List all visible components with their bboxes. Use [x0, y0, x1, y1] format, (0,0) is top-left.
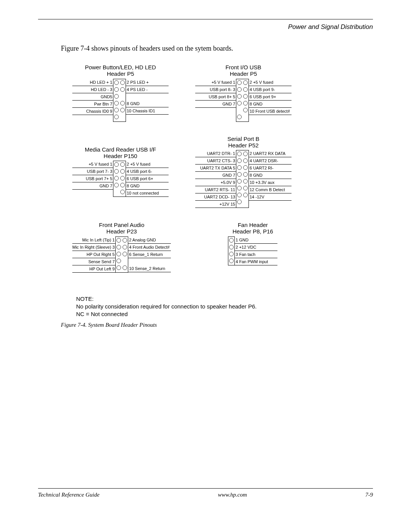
pin-label: 6 UART2 RI- [249, 165, 292, 172]
pin-label: Chassis ID0 9 [72, 108, 113, 115]
pin-label [249, 115, 292, 122]
pin-hole [119, 161, 126, 168]
front-usb-header: Front I/O USB Header P5+5 V fused 1USB p… [195, 64, 292, 122]
front-audio-header: Front Panel Audio Header P23Mic In Left … [72, 222, 171, 273]
pin-hole [113, 113, 119, 120]
pin-hole [228, 251, 234, 257]
pin-label [126, 93, 169, 100]
pin-label: 2 +5 V fused [249, 79, 292, 86]
pin-hole [122, 264, 128, 271]
pin-label: Sense Send 7 [72, 258, 115, 265]
pinout: +5 V fused 1USB port 7- 3USB port 7+ 5GN… [72, 161, 169, 197]
pin-label: 4 PS LED - [126, 86, 169, 93]
pin-box [236, 79, 249, 122]
pin-label: 3 Fan tach [235, 251, 277, 258]
pin-hole [236, 198, 242, 205]
pin-label: USB port 8- 3 [195, 86, 236, 93]
pin-label: 4 Front Audio Detect# [128, 244, 171, 251]
pin-hole [242, 178, 249, 185]
pin-label: 4 USB port 9- [249, 86, 292, 93]
note-body-2: NC = Not connected [76, 310, 373, 318]
pin-label: HP Out Left 9 [72, 265, 115, 273]
pin-label: 10 Sense_2 Return [128, 265, 171, 272]
pin-hole [113, 100, 119, 107]
diagrams-area: Power Button/LED, HD LED Header P5HD LED… [72, 64, 373, 273]
pin-hole [236, 164, 242, 171]
pin-label: GND 7 [195, 101, 236, 108]
pin-hole [242, 100, 249, 107]
pin-labels-right: 2 PS LED +4 PS LED -8 GND10 Chassis ID1 [126, 79, 169, 122]
pin-hole [122, 251, 128, 257]
header-title: Fan Header Header P8, P16 [228, 222, 277, 235]
pin-hole [236, 157, 242, 164]
pin-label: GND5 [72, 93, 113, 101]
pin-label: Pwr Btn 7 [72, 101, 113, 108]
pin-box [228, 236, 235, 265]
pin-label: 14 -12V [249, 193, 292, 201]
pin-hole [242, 150, 249, 157]
fan-header: Fan Header Header P8, P161 GND2 +12 VDC3… [228, 222, 277, 265]
header-title: Power Button/LED, HD LED Header P5 [72, 64, 169, 77]
pin-label [126, 115, 169, 121]
pin-labels-left: +5 V fused 1USB port 8- 3USB port 8+ 5GN… [195, 79, 236, 122]
pin-hole [242, 107, 249, 113]
pinout: +5 V fused 1USB port 8- 3USB port 8+ 5GN… [195, 79, 292, 122]
pin-hole [119, 175, 126, 182]
pin-label: 6 Sense_1 Return [128, 251, 171, 258]
pin-label: UART2 CTS- 3 [195, 157, 236, 165]
footer-right: 7-9 [365, 492, 373, 498]
pin-label: HD LED - 3 [72, 86, 113, 93]
page-footer: Technical Reference Guide www.hp.com 7-9 [38, 488, 373, 498]
figure-caption: Figure 7-4. System Board Header Pinouts [61, 322, 373, 328]
pin-hole [236, 113, 242, 120]
pin-label: UART2 DCD- 13 [195, 193, 236, 201]
pin-hole [113, 168, 119, 175]
pin-hole [119, 113, 126, 120]
pin-label: 1 GND [235, 236, 277, 244]
pin-label: 2 UART2 RX DATA [249, 150, 292, 157]
pin-hole [242, 79, 249, 86]
pin-labels-right: 1 GND2 +12 VDC3 Fan tach4 Fan PWM input [235, 236, 277, 265]
pin-box [236, 150, 249, 208]
pin-hole [236, 185, 242, 192]
diagram-row-2: Media Card Reader USB I/F Header P150+5 … [72, 136, 373, 208]
pin-hole [228, 237, 234, 244]
pin-label: Mic In Right (Sleeve) 3 [72, 244, 115, 251]
pin-hole [236, 192, 242, 198]
pin-hole [119, 189, 126, 195]
pin-label: +5.0V 9 [195, 179, 236, 186]
pin-label: 8 GND [126, 100, 169, 107]
diagram-row-3: Front Panel Audio Header P23Mic In Left … [72, 222, 373, 273]
pin-label: 10 Chassis ID1 [126, 107, 169, 115]
pin-label [72, 190, 113, 197]
pin-label: UART2 RTS- 11 [195, 186, 236, 193]
pin-label: GND 7 [195, 172, 236, 179]
pinout: UART2 DTR- 1UART2 CTS- 3UART2 TX DATA 5G… [195, 150, 292, 208]
pin-box [113, 161, 126, 197]
pin-box [113, 79, 126, 122]
top-rule [38, 19, 373, 19]
pin-label: HD LED + 1 [72, 79, 113, 86]
pin-hole [113, 93, 119, 100]
pin-labels-right: 2 +5 V fused4 USB port 6-6 USB port 6+8 … [126, 161, 169, 197]
pin-labels-left: +5 V fused 1USB port 7- 3USB port 7+ 5GN… [72, 161, 113, 197]
serial-port-b-header: Serial Port B Header P52UART2 DTR- 1UART… [195, 136, 292, 208]
pin-labels-right: 2 UART2 RX DATA4 UART2 DSR-6 UART2 RI-8 … [249, 150, 292, 208]
pin-labels-left: HD LED + 1HD LED - 3GND5Pwr Btn 7Chassis… [72, 79, 113, 122]
pin-hole [119, 86, 126, 93]
header-title: Serial Port B Header P52 [195, 136, 292, 149]
pin-label: 8 GND [126, 182, 169, 190]
pin-label: +12V 15 [195, 201, 236, 208]
pin-hole [236, 93, 242, 100]
pin-hole [113, 175, 119, 182]
pin-labels-right: 2 +5 V fused4 USB port 9-6 USB port 9+8 … [249, 79, 292, 122]
pin-hole [236, 107, 242, 113]
pin-label: 10 not connected [126, 190, 169, 197]
pin-hole [119, 100, 126, 107]
header-title: Front Panel Audio Header P23 [72, 222, 171, 235]
pin-hole [119, 168, 126, 175]
pin-label [72, 115, 113, 122]
pin-label: 2 +12 VDC [235, 244, 277, 251]
note-body-1: No polarity consideration required for c… [76, 303, 373, 310]
media-card-header: Media Card Reader USB I/F Header P150+5 … [72, 146, 169, 197]
